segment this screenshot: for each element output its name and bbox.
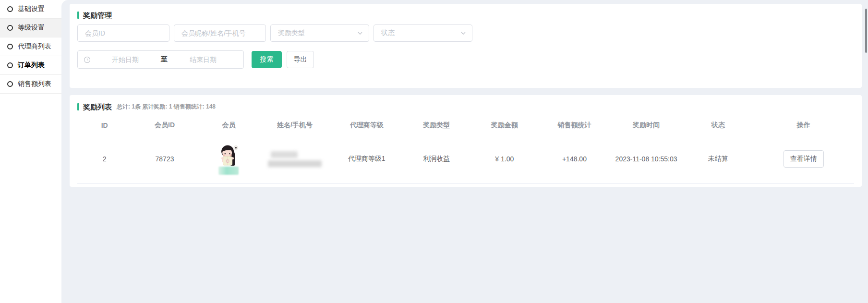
accent-bar bbox=[77, 12, 79, 19]
member-phone-blurred bbox=[268, 160, 322, 167]
status-select[interactable]: 状态 bbox=[374, 24, 472, 42]
circle-bullet-icon bbox=[7, 6, 13, 12]
accent-bar bbox=[77, 103, 79, 110]
member-id-input[interactable] bbox=[77, 24, 169, 42]
sidebar-item-label: 等级设置 bbox=[18, 24, 45, 32]
sidebar-item-level-settings[interactable]: 等级设置 bbox=[0, 19, 61, 37]
sidebar-item-agent-list[interactable]: 代理商列表 bbox=[0, 37, 61, 56]
circle-bullet-icon bbox=[7, 81, 13, 87]
reward-table: ID 会员ID 会员 姓名/手机号 代理商等级 奖励类型 奖励金额 销售额统计 … bbox=[77, 115, 854, 184]
col-reward-type: 奖励类型 bbox=[404, 115, 470, 135]
table-row: 2 78723 bbox=[77, 135, 854, 184]
list-title: 奖励列表 bbox=[83, 103, 112, 110]
sidebar-item-sales-list[interactable]: 销售额列表 bbox=[0, 75, 61, 94]
col-id: ID bbox=[77, 115, 132, 135]
cell-id: 2 bbox=[77, 135, 132, 184]
col-status: 状态 bbox=[683, 115, 753, 135]
cell-sales-total: +148.00 bbox=[540, 135, 610, 184]
col-agent-level: 代理商等级 bbox=[330, 115, 404, 135]
view-details-button[interactable]: 查看详情 bbox=[784, 150, 824, 168]
reward-filter-card: 奖励管理 奖励类型 状态 bbox=[70, 4, 862, 88]
sidebar-item-basic-settings[interactable]: 基础设置 bbox=[0, 0, 61, 19]
table-header-row: ID 会员ID 会员 姓名/手机号 代理商等级 奖励类型 奖励金额 销售额统计 … bbox=[77, 115, 854, 135]
chevron-down-icon bbox=[460, 30, 466, 36]
chevron-down-icon bbox=[357, 30, 363, 36]
member-nickname-blurred bbox=[218, 167, 239, 175]
col-reward-amount: 奖励金额 bbox=[470, 115, 540, 135]
reward-type-select-placeholder: 奖励类型 bbox=[278, 29, 305, 37]
clock-icon bbox=[84, 56, 91, 63]
search-button[interactable]: 搜索 bbox=[252, 51, 282, 68]
sidebar-item-order-list[interactable]: 订单列表 bbox=[0, 56, 61, 75]
col-reward-time: 奖励时间 bbox=[609, 115, 683, 135]
col-actions: 操作 bbox=[753, 115, 854, 135]
cell-name-phone bbox=[260, 135, 330, 184]
vertical-scrollbar-thumb[interactable] bbox=[865, 9, 867, 53]
app-root: 基础设置 等级设置 代理商列表 订单列表 销售额列表 奖励管理 bbox=[0, 0, 868, 303]
filter-row-1: 奖励类型 状态 bbox=[77, 24, 854, 42]
page-title: 奖励管理 bbox=[83, 12, 112, 19]
sidebar-item-label: 代理商列表 bbox=[18, 42, 51, 51]
cell-member-id: 78723 bbox=[132, 135, 198, 184]
cell-reward-type: 利润收益 bbox=[404, 135, 470, 184]
main-content: 奖励管理 奖励类型 状态 bbox=[61, 0, 868, 303]
date-range-picker[interactable]: 至 bbox=[77, 50, 244, 69]
date-range-separator: 至 bbox=[160, 55, 169, 64]
cell-member bbox=[198, 135, 260, 184]
member-name-input[interactable] bbox=[174, 24, 266, 42]
filter-row-2: 至 搜索 导出 bbox=[77, 50, 854, 69]
filter-section-head: 奖励管理 bbox=[77, 12, 854, 19]
status-select-placeholder: 状态 bbox=[381, 29, 395, 37]
cell-reward-time: 2023-11-08 10:55:03 bbox=[609, 135, 683, 184]
sidebar-item-label: 订单列表 bbox=[18, 61, 45, 70]
cell-status: 未结算 bbox=[683, 135, 753, 184]
cell-reward-amount: ¥ 1.00 bbox=[470, 135, 540, 184]
main-area: 奖励管理 奖励类型 状态 bbox=[61, 0, 868, 303]
list-section-head: 奖励列表 总计: 1条 累计奖励: 1 销售额统计: 148 bbox=[77, 103, 854, 111]
circle-bullet-icon bbox=[7, 25, 13, 31]
circle-bullet-icon bbox=[7, 44, 13, 49]
sidebar: 基础设置 等级设置 代理商列表 订单列表 销售额列表 bbox=[0, 0, 61, 303]
col-member: 会员 bbox=[198, 115, 260, 135]
col-member-id: 会员ID bbox=[132, 115, 198, 135]
start-date-input[interactable] bbox=[91, 55, 160, 64]
list-summary: 总计: 1条 累计奖励: 1 销售额统计: 148 bbox=[117, 103, 216, 111]
col-sales-total: 销售额统计 bbox=[540, 115, 610, 135]
sidebar-item-label: 基础设置 bbox=[18, 5, 45, 13]
circle-bullet-icon bbox=[7, 62, 13, 68]
cell-agent-level: 代理商等级1 bbox=[330, 135, 404, 184]
reward-list-card: 奖励列表 总计: 1条 累计奖励: 1 销售额统计: 148 ID 会员ID 会… bbox=[70, 95, 862, 187]
reward-type-select[interactable]: 奖励类型 bbox=[270, 24, 369, 42]
end-date-input[interactable] bbox=[169, 55, 238, 64]
export-button[interactable]: 导出 bbox=[287, 51, 314, 68]
sidebar-item-label: 销售额列表 bbox=[18, 80, 51, 88]
member-name-blurred bbox=[271, 151, 298, 158]
col-name-phone: 姓名/手机号 bbox=[260, 115, 330, 135]
cell-actions: 查看详情 bbox=[753, 135, 854, 184]
member-avatar bbox=[217, 143, 240, 165]
